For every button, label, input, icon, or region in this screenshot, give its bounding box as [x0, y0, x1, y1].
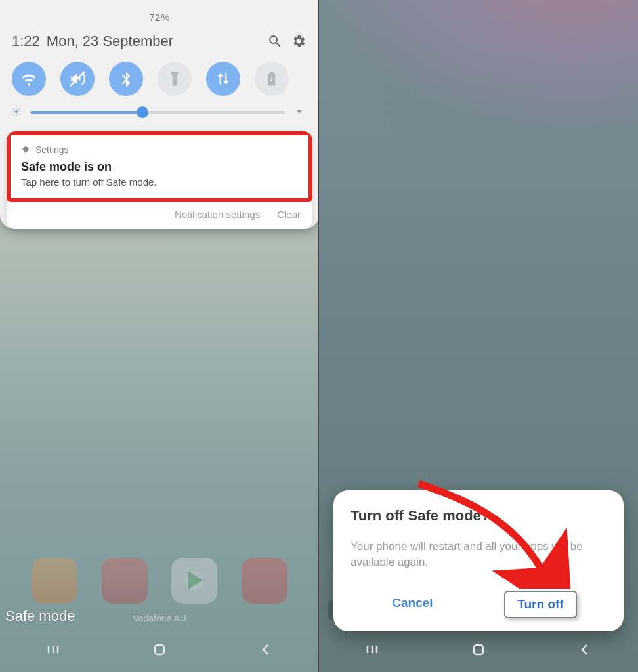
phone-left: Safe mode Vodafone AU 72% 1:22 Mon, 23 S…: [0, 0, 319, 672]
notification-message: Tap here to turn off Safe mode.: [21, 177, 298, 188]
notification-title: Safe mode is on: [21, 160, 298, 174]
gear-icon[interactable]: [290, 33, 307, 50]
safe-mode-badge: Safe mode: [5, 608, 75, 625]
svg-line-6: [13, 108, 14, 109]
turn-off-button[interactable]: Turn off: [504, 591, 576, 618]
notification-shade: 72% 1:22 Mon, 23 September: [0, 0, 319, 229]
dialog-title: Turn off Safe mode?: [351, 507, 606, 524]
chevron-down-icon[interactable]: [293, 105, 307, 119]
battery-toggle[interactable]: [255, 62, 289, 96]
svg-line-7: [19, 114, 20, 115]
search-icon[interactable]: [266, 33, 284, 50]
notification-footer: Notification settings Clear: [7, 202, 312, 229]
settings-icon: [21, 145, 30, 154]
svg-line-9: [19, 108, 20, 109]
wifi-toggle[interactable]: [12, 62, 46, 96]
notification-card: Settings Safe mode is on Tap here to tur…: [7, 131, 312, 229]
safe-mode-notification[interactable]: Settings Safe mode is on Tap here to tur…: [7, 131, 312, 202]
sound-toggle[interactable]: [60, 62, 95, 96]
svg-rect-17: [474, 645, 483, 654]
carrier-label: Vodafone AU: [133, 613, 186, 623]
mobile-data-toggle[interactable]: [206, 62, 240, 96]
dock-app-3[interactable]: [171, 558, 217, 604]
recents-button[interactable]: [355, 640, 389, 659]
nav-bar: [319, 634, 638, 665]
brightness-icon: [12, 107, 22, 117]
phone-right: Safe mode Turn off Safe mode? Your phone…: [319, 0, 638, 672]
bluetooth-toggle[interactable]: [109, 62, 143, 96]
svg-rect-13: [155, 645, 164, 654]
cancel-button[interactable]: Cancel: [380, 591, 444, 618]
svg-line-8: [13, 114, 14, 115]
flashlight-toggle[interactable]: [158, 62, 192, 96]
svg-point-1: [15, 110, 18, 114]
turn-off-dialog: Turn off Safe mode? Your phone will rest…: [333, 490, 624, 631]
notification-app-name: Settings: [35, 144, 69, 155]
recents-button[interactable]: [36, 640, 70, 659]
dialog-message: Your phone will restart and all your app…: [351, 539, 606, 571]
annotation-arrow: [406, 477, 576, 589]
brightness-slider[interactable]: [12, 105, 307, 119]
shade-header: 1:22 Mon, 23 September: [12, 33, 307, 50]
back-button[interactable]: [249, 640, 283, 659]
notification-app-row: Settings: [21, 144, 298, 155]
dock-row: [0, 558, 319, 604]
back-button[interactable]: [568, 640, 602, 659]
dock-app-4[interactable]: [242, 558, 287, 604]
clock-text: 1:22: [12, 33, 40, 50]
brightness-track[interactable]: [30, 111, 285, 114]
home-button[interactable]: [142, 640, 177, 659]
notification-clear-link[interactable]: Clear: [277, 209, 301, 220]
nav-bar: [0, 634, 319, 665]
quick-settings-row: [12, 62, 307, 96]
dock-app-1[interactable]: [32, 558, 77, 604]
dock-app-2[interactable]: [102, 558, 148, 604]
date-text: Mon, 23 September: [47, 33, 173, 50]
notification-settings-link[interactable]: Notification settings: [175, 209, 260, 220]
home-button[interactable]: [461, 640, 496, 659]
status-bar: 72%: [0, 12, 319, 23]
battery-text: 72%: [149, 12, 170, 23]
